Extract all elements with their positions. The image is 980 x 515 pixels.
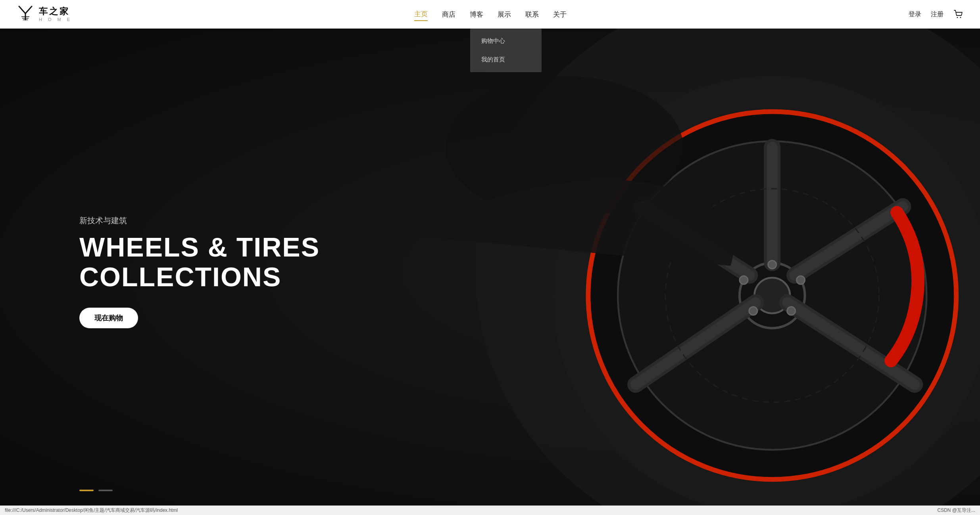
nav-showcase[interactable]: 展示 xyxy=(498,8,511,21)
logo-icon xyxy=(16,5,35,24)
nav-blog[interactable]: 博客 xyxy=(470,8,483,21)
svg-point-28 xyxy=(787,307,796,315)
hero-section: 新技术与建筑 WHEELS & TIRES COLLECTIONS 现在购物 xyxy=(0,29,980,515)
logo-english: H O M E xyxy=(39,17,72,22)
status-csdn: CSDN @互导注... xyxy=(937,507,975,514)
logo-text: 车之家 H O M E xyxy=(39,6,72,22)
logo-chinese: 车之家 xyxy=(39,6,72,17)
login-button[interactable]: 登录 xyxy=(909,10,921,19)
hero-subtitle: 新技术与建筑 xyxy=(79,215,320,226)
svg-point-7 xyxy=(960,17,961,18)
hero-dot-2[interactable] xyxy=(98,490,113,491)
status-path: file:///C:/Users/Administrator/Desktop/闲… xyxy=(5,507,178,514)
nav-contact[interactable]: 联系 xyxy=(525,8,539,21)
register-button[interactable]: 注册 xyxy=(931,10,943,19)
hero-title-line2: COLLECTIONS xyxy=(79,262,281,292)
nav-about[interactable]: 关于 xyxy=(553,8,567,21)
svg-point-6 xyxy=(957,17,958,18)
svg-point-27 xyxy=(797,276,805,284)
svg-line-1 xyxy=(25,6,32,13)
svg-point-30 xyxy=(740,276,748,284)
header: 车之家 H O M E 主页 商店 博客 展示 联系 关于 登录 注册 xyxy=(0,0,980,29)
logo[interactable]: 车之家 H O M E xyxy=(16,5,72,24)
nav-home[interactable]: 主页 xyxy=(414,8,428,21)
main-nav: 主页 商店 博客 展示 联系 关于 xyxy=(414,8,567,21)
hero-cta-button[interactable]: 现在购物 xyxy=(79,308,138,328)
svg-point-26 xyxy=(768,260,776,269)
nav-shop[interactable]: 商店 xyxy=(442,8,455,21)
cart-icon[interactable] xyxy=(953,9,964,20)
status-bar: file:///C:/Users/Administrator/Desktop/闲… xyxy=(0,505,980,515)
svg-point-29 xyxy=(749,307,757,315)
svg-line-0 xyxy=(19,6,25,13)
hero-dot-1[interactable] xyxy=(79,490,94,491)
hero-pagination-dots xyxy=(79,490,113,491)
dropdown-item-shopping[interactable]: 购物中心 xyxy=(470,32,542,50)
header-right: 登录 注册 xyxy=(909,9,964,20)
dropdown-menu: 购物中心 我的首页 xyxy=(470,29,542,72)
hero-title: WHEELS & TIRES COLLECTIONS xyxy=(79,232,320,292)
dropdown-item-homepage[interactable]: 我的首页 xyxy=(470,50,542,69)
hero-content: 新技术与建筑 WHEELS & TIRES COLLECTIONS 现在购物 xyxy=(0,215,320,328)
hero-title-line1: WHEELS & TIRES xyxy=(79,232,320,262)
dropdown-menu-wrapper: 购物中心 我的首页 xyxy=(0,29,980,72)
